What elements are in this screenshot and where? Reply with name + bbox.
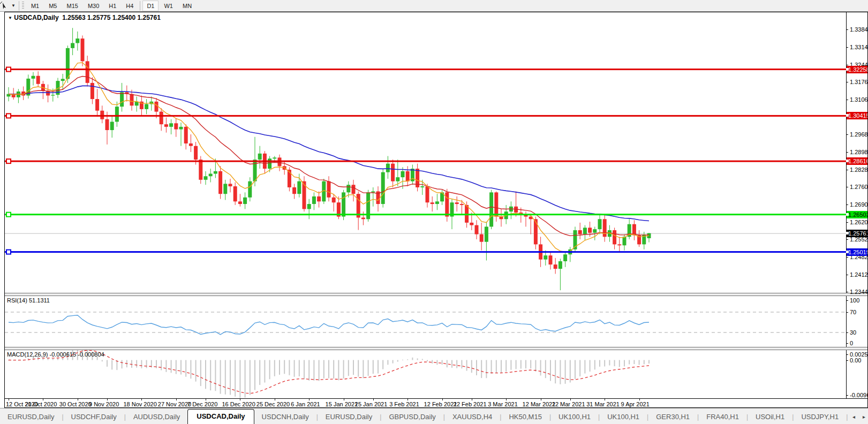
toolbar-separator	[140, 1, 140, 11]
rsi-tick-label: 30	[850, 329, 856, 336]
axis-tick	[846, 187, 848, 187]
date-tick	[605, 399, 605, 400]
axis-tick	[846, 360, 848, 361]
axis-tick	[846, 292, 848, 292]
date-tick	[9, 399, 9, 400]
timeframe-button-mn[interactable]: MN	[178, 1, 196, 11]
date-tick	[344, 399, 344, 400]
chart-tab-uk100-h1[interactable]: UK100,H1	[551, 411, 598, 424]
chart-tab-usdjpy-h1[interactable]: USDJPY,H1	[794, 411, 846, 424]
timeframe-button-h4[interactable]: H4	[122, 1, 138, 11]
rsi-tick-label: 0	[850, 340, 853, 346]
date-label: 9 Apr 2021	[621, 401, 650, 407]
axis-tick	[846, 134, 848, 135]
cursor-tool-icon[interactable]	[0, 1, 11, 11]
axis-tick	[846, 170, 848, 170]
chart-tab-hk50-m15[interactable]: HK50,M15	[501, 411, 549, 424]
date-tick	[472, 399, 472, 400]
date-label: 16 Dec 2020	[222, 401, 255, 407]
level-notch	[846, 232, 849, 234]
chart-tab-xauusd-h4[interactable]: XAUUSD,H4	[445, 411, 500, 424]
price-tick-label: 1.27600	[850, 184, 867, 190]
date-tick	[442, 399, 443, 400]
candles-layer	[7, 28, 651, 290]
date-label: 30 Oct 2020	[59, 401, 92, 407]
price-tick-label: 1.33840	[850, 26, 867, 33]
axis-tick	[846, 100, 848, 100]
date-tick	[407, 399, 408, 400]
axis-tick	[846, 222, 848, 223]
tab-scroll-right-button[interactable]: ▸	[863, 414, 865, 420]
chart-tab-usdchf-daily[interactable]: USDCHF,Daily	[64, 411, 124, 424]
price-tick-label: 1.31760	[850, 79, 867, 85]
date-label: 22 Feb 2021	[454, 401, 487, 407]
macd-plot[interactable]	[5, 350, 846, 398]
macd-tick-label: -0.00968	[850, 392, 867, 398]
main-chart-pane[interactable]: ▼ USDCAD,Daily 1.25563 1.25775 1.25400 1…	[5, 12, 846, 293]
price-tick-label: 1.25520	[850, 236, 867, 243]
chart-tab-ger30-h1[interactable]: GER30,H1	[648, 411, 697, 424]
chart-tab-usdcad-daily[interactable]: USDCAD,Daily	[187, 409, 254, 424]
rsi-plot[interactable]	[5, 296, 846, 347]
timeframe-button-m15[interactable]: M15	[62, 1, 82, 11]
chart-tab-eurusd-daily[interactable]: EURUSD,Daily	[0, 411, 62, 424]
price-tick-label: 1.31060	[850, 96, 867, 103]
date-label: 18 Nov 2020	[123, 401, 156, 407]
chart-tab-audusd-daily[interactable]: AUDUSD,Daily	[126, 411, 187, 424]
timeframe-button-m5[interactable]: M5	[44, 1, 61, 11]
symbol-title: ▼ USDCAD,Daily 1.25563 1.25775 1.25400 1…	[8, 14, 161, 21]
toolbar-separator	[19, 1, 19, 11]
timeframe-button-w1[interactable]: W1	[160, 1, 177, 11]
toolbar-grip-handle[interactable]	[22, 2, 24, 10]
macd-label: MACD(12,26,9) -0.000615 -0.000804	[7, 351, 104, 358]
main-chart-plot[interactable]	[5, 12, 846, 293]
date-axis[interactable]: 12 Oct 202021 Oct 202030 Oct 20209 Nov 2…	[5, 398, 867, 407]
ma-mid-line	[9, 77, 649, 236]
timeframe-button-m1[interactable]: M1	[27, 1, 43, 11]
rsi-pane[interactable]: RSI(14) 51.1311	[5, 296, 846, 347]
pane-separator[interactable]	[5, 347, 867, 350]
date-tick	[373, 399, 374, 400]
chart-tab-gbpusd-daily[interactable]: GBPUSD,Daily	[381, 411, 443, 424]
axis-tick	[846, 354, 848, 355]
chart-tab-fra40-h1[interactable]: FRA40,H1	[699, 411, 746, 424]
chart-tab-uk100-h1[interactable]: UK100,H1	[600, 411, 647, 424]
axis-tick	[846, 332, 848, 333]
date-label: 9 Nov 2020	[89, 401, 119, 407]
date-label: 12 Feb 2021	[424, 401, 457, 407]
price-tick-label: 1.28280	[850, 166, 867, 173]
date-label: 31 Mar 2021	[586, 401, 620, 407]
price-tick-label: 1.23440	[850, 289, 867, 295]
axis-tick	[846, 82, 848, 82]
chart-tab-usoil-h1[interactable]: USOil,H1	[748, 411, 792, 424]
date-label: 22 Mar 2021	[552, 401, 585, 407]
chart-tab-eurusd-daily[interactable]: EURUSD,Daily	[318, 411, 380, 424]
price-tick-label: 1.26200	[850, 219, 867, 225]
macd-pane[interactable]: MACD(12,26,9) -0.000615 -0.000804	[5, 350, 846, 398]
date-label: 3 Mar 2021	[488, 401, 518, 407]
top-toolbar: ▼ M1M5M15M30H1H4D1W1MN	[0, 0, 868, 12]
level-price-label: 1.30415	[847, 112, 867, 119]
date-tick	[107, 399, 108, 400]
chart-tab-usdcnh-daily[interactable]: USDCNH,Daily	[254, 411, 316, 424]
timeframe-button-m30[interactable]: M30	[84, 1, 103, 11]
date-tick	[78, 399, 78, 400]
timeframe-button-h1[interactable]: H1	[104, 1, 120, 11]
macd-histogram-layer	[8, 350, 650, 398]
rsi-tick-label: 70	[850, 309, 856, 315]
axis-tick	[846, 343, 848, 344]
ma-fast-line	[9, 63, 649, 252]
date-label: 25 Dec 2020	[256, 401, 290, 407]
date-tick	[275, 399, 275, 400]
timeframe-button-d1[interactable]: D1	[142, 1, 158, 11]
cursor-tool-dropdown-icon[interactable]: ▼	[11, 3, 16, 8]
level-price-label: 1.25019	[847, 248, 867, 256]
level-notch	[846, 160, 849, 162]
tab-scroll-left-button[interactable]: ◂	[852, 414, 855, 420]
date-label: 15 Jan 2021	[326, 401, 358, 407]
symbol-dropdown-icon[interactable]: ▼	[8, 16, 12, 20]
price-tick-label: 1.26900	[850, 201, 867, 208]
pane-separator[interactable]	[5, 293, 867, 296]
date-label: 7 Dec 2020	[187, 401, 217, 407]
tab-scroll-controls: ◂▸	[850, 408, 868, 424]
